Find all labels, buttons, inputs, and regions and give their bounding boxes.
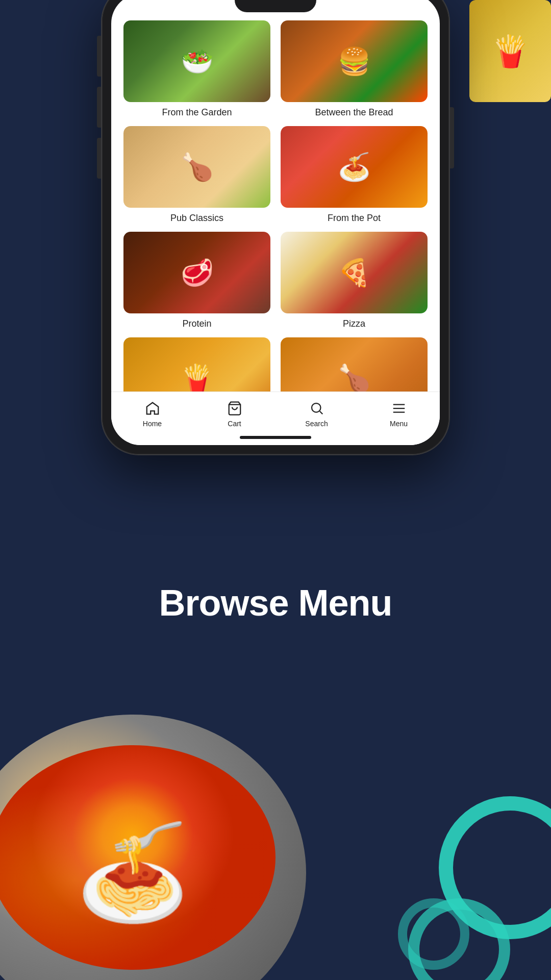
category-label-garden: From the Garden bbox=[162, 107, 232, 118]
category-label-pizza: Pizza bbox=[343, 318, 365, 329]
category-image-pizza bbox=[281, 232, 428, 313]
category-item-pizza[interactable]: Pizza bbox=[281, 232, 428, 329]
category-image-protein bbox=[123, 232, 270, 313]
home-bar bbox=[240, 436, 311, 439]
category-image-bread bbox=[281, 20, 428, 102]
nav-item-menu[interactable]: Menu bbox=[358, 399, 440, 428]
browse-title-wrapper: Browse Menu bbox=[159, 551, 392, 644]
pasta-bowl: 🍝 bbox=[0, 684, 347, 980]
category-label-pot: From the Pot bbox=[328, 213, 381, 224]
nav-item-cart[interactable]: Cart bbox=[193, 399, 276, 428]
nav-label-home: Home bbox=[143, 420, 162, 428]
category-image-sides bbox=[123, 337, 270, 391]
pasta-emoji: 🍝 bbox=[76, 819, 190, 927]
phone-wrapper: From the Garden Between the Bread Pub Cl… bbox=[102, 0, 449, 454]
nav-label-menu: Menu bbox=[390, 420, 408, 428]
category-image-pot bbox=[281, 126, 428, 208]
nav-label-cart: Cart bbox=[228, 420, 241, 428]
phone-frame: From the Garden Between the Bread Pub Cl… bbox=[102, 0, 449, 454]
bottom-section: Browse Menu 🍝 bbox=[0, 551, 551, 980]
category-label-bread: Between the Bread bbox=[315, 107, 393, 118]
nav-item-search[interactable]: Search bbox=[276, 399, 358, 428]
svg-point-1 bbox=[312, 403, 321, 412]
home-indicator bbox=[111, 433, 440, 445]
svg-line-2 bbox=[319, 411, 322, 414]
bowl-shape: 🍝 bbox=[0, 715, 306, 980]
home-icon bbox=[143, 399, 162, 418]
category-item-protein[interactable]: Protein bbox=[123, 232, 270, 329]
category-image-pub bbox=[123, 126, 270, 208]
category-item-sides[interactable]: Sides bbox=[123, 337, 270, 391]
category-item-bread[interactable]: Between the Bread bbox=[281, 20, 428, 118]
category-label-pub: Pub Classics bbox=[170, 213, 223, 224]
phone-screen: From the Garden Between the Bread Pub Cl… bbox=[111, 0, 440, 445]
categories-grid: From the Garden Between the Bread Pub Cl… bbox=[123, 20, 428, 391]
category-label-protein: Protein bbox=[182, 318, 211, 329]
category-item-pub[interactable]: Pub Classics bbox=[123, 126, 270, 224]
category-image-garden bbox=[123, 20, 270, 102]
side-food-right: 🍟 bbox=[469, 0, 551, 102]
teal-circle-3 bbox=[398, 898, 469, 970]
category-item-pot[interactable]: From the Pot bbox=[281, 126, 428, 224]
categories-scroll[interactable]: From the Garden Between the Bread Pub Cl… bbox=[111, 0, 440, 391]
cart-icon bbox=[226, 399, 244, 418]
category-item-garden[interactable]: From the Garden bbox=[123, 20, 270, 118]
browse-menu-title: Browse Menu bbox=[159, 582, 392, 624]
category-item-kids[interactable]: Kids Meals bbox=[281, 337, 428, 391]
category-image-kids bbox=[281, 337, 428, 391]
menu-icon bbox=[390, 399, 408, 418]
search-icon bbox=[308, 399, 326, 418]
notch bbox=[235, 0, 316, 12]
nav-item-home[interactable]: Home bbox=[111, 399, 193, 428]
nav-label-search: Search bbox=[305, 420, 328, 428]
bottom-nav: Home Cart bbox=[111, 391, 440, 433]
